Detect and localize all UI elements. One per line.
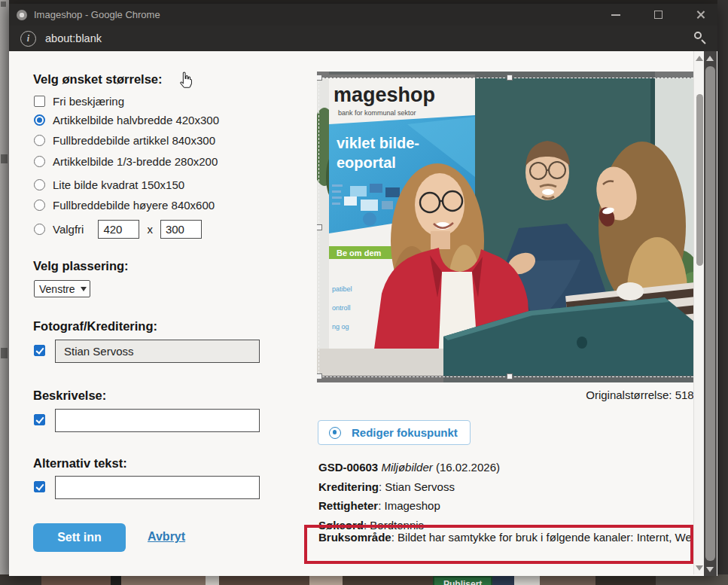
window-scrollbar[interactable] <box>704 51 717 576</box>
custom-width-input[interactable] <box>98 220 139 239</box>
size-separator: x <box>147 223 153 236</box>
thumbnail <box>656 574 728 585</box>
custom-height-input[interactable] <box>160 220 202 239</box>
custom-size-label: Valgfri <box>53 223 84 236</box>
screen: Publisert Imageshop - Google Chrome i ab… <box>0 0 728 585</box>
size-radio[interactable] <box>34 135 45 146</box>
cancel-link[interactable]: Avbryt <box>148 530 185 544</box>
mouse-cursor-hand <box>178 71 194 90</box>
description-input[interactable] <box>55 409 260 432</box>
free-crop-label: Fri beskjæring <box>53 95 124 108</box>
thumbnail <box>121 574 206 585</box>
image-id: GSD-00603 <box>318 461 378 474</box>
thumbnail <box>540 574 595 585</box>
placement-select[interactable]: Venstre <box>34 280 90 297</box>
size-option-row[interactable]: Fullbreddebilde høyere 840x600 <box>34 199 215 212</box>
thumbnail <box>309 574 343 585</box>
alt-text-input[interactable] <box>55 476 260 499</box>
background-text-fragment <box>1 2 6 7</box>
scroll-up-icon[interactable] <box>696 56 703 61</box>
alt-text-checkbox[interactable] <box>34 481 45 492</box>
page-info-icon[interactable]: i <box>20 31 36 47</box>
size-option-row[interactable]: Artikkelbilde 1/3-bredde 280x200 <box>34 155 218 168</box>
size-option-label: Artikkelbilde halvbredde 420x300 <box>53 114 219 126</box>
thumbnail <box>595 574 656 585</box>
image-preview[interactable]: mageshop bank for kommunal sektor viklet… <box>317 72 703 382</box>
crop-selection-border[interactable] <box>318 78 701 377</box>
url-text[interactable]: about:blank <box>45 32 102 44</box>
size-option-label: Artikkelbilde 1/3-bredde 280x200 <box>53 155 218 168</box>
thumbnail <box>206 574 219 585</box>
maximize-icon <box>654 11 663 19</box>
size-option-label: Lite bilde kvadrat 150x150 <box>53 178 184 191</box>
edit-focus-point-label: Rediger fokuspunkt <box>352 426 458 439</box>
size-radio-selected[interactable] <box>34 114 45 126</box>
background-page-right-strip <box>717 0 728 585</box>
description-heading: Beskrivelse: <box>33 388 106 403</box>
meta-credit-line: Kreditering: Stian Servoss <box>318 480 695 500</box>
thumbnail <box>343 574 433 585</box>
insert-button[interactable]: Sett inn <box>33 523 126 552</box>
original-size-label: Originalstørrelse: 5184 <box>482 388 700 401</box>
credit-heading: Fotograf/Kreditering: <box>33 319 157 334</box>
address-bar[interactable]: i about:blank <box>9 26 717 51</box>
size-radio[interactable] <box>34 156 45 167</box>
crop-handle-s[interactable] <box>507 373 513 379</box>
thumbnail <box>219 574 309 585</box>
image-date: (16.02.2026) <box>433 461 500 474</box>
background-text-fragment <box>1 154 8 163</box>
meta-rights-line: Rettigheter: Imageshop <box>318 499 695 519</box>
scroll-up-icon[interactable] <box>706 56 714 61</box>
custom-size-row[interactable]: Valgfri x <box>34 220 202 239</box>
thumbnail <box>41 574 111 585</box>
chevron-down-icon <box>81 287 87 291</box>
placement-selected-value: Venstre <box>39 283 75 295</box>
size-radio[interactable] <box>34 200 45 211</box>
meta-id-line: GSD-00603 Miljøbilder (16.02.2026) <box>318 461 695 480</box>
scroll-down-icon[interactable] <box>706 567 714 572</box>
crop-handle-n[interactable] <box>507 75 513 81</box>
size-option-row[interactable]: Artikkelbilde halvbredde 420x300 <box>34 114 219 126</box>
minimize-button[interactable] <box>606 7 626 23</box>
window-scrollbar-thumb[interactable] <box>705 66 715 561</box>
album-name: Miljøbilder <box>378 461 433 474</box>
placement-heading: Velg plassering: <box>33 259 129 273</box>
window-title: Imageshop - Google Chrome <box>34 9 160 20</box>
content-scrollbar[interactable] <box>693 51 704 574</box>
size-option-row[interactable]: Lite bilde kvadrat 150x150 <box>34 178 184 191</box>
size-radio[interactable] <box>34 179 45 190</box>
size-option-row[interactable]: Fullbreddebilde artikkel 840x300 <box>34 134 215 147</box>
credit-input[interactable] <box>55 340 260 363</box>
scroll-down-icon[interactable] <box>696 565 703 571</box>
window-titlebar[interactable]: Imageshop - Google Chrome <box>9 4 717 26</box>
close-icon <box>696 10 705 20</box>
maximize-button[interactable] <box>648 7 668 23</box>
minimize-icon <box>611 14 620 16</box>
size-section-heading: Velg ønsket størrelse: <box>33 72 163 87</box>
edit-focus-point-button[interactable]: Rediger fokuspunkt <box>318 420 471 445</box>
size-option-label: Fullbreddebilde artikkel 840x300 <box>53 134 215 147</box>
crop-handle-sw[interactable] <box>317 373 322 379</box>
content-scrollbar-thumb[interactable] <box>696 94 703 266</box>
status-badge-published: Publisert <box>433 576 492 585</box>
crop-handle-w[interactable] <box>317 224 322 230</box>
free-crop-checkbox[interactable] <box>34 96 45 107</box>
background-page-left-strip <box>0 0 9 585</box>
thumbnail <box>111 574 121 585</box>
crop-handle-nw[interactable] <box>317 75 322 81</box>
custom-size-radio[interactable] <box>34 224 45 235</box>
alt-text-heading: Alternativ tekst: <box>33 456 127 471</box>
thumbnail <box>514 574 540 585</box>
free-crop-row[interactable]: Fri beskjæring <box>34 95 124 108</box>
background-thumbnail-strip <box>0 574 728 585</box>
focus-target-icon <box>329 427 341 439</box>
search-icon[interactable] <box>694 32 707 44</box>
description-checkbox[interactable] <box>34 414 45 425</box>
usage-highlight-box <box>304 525 693 564</box>
thumbnail <box>0 574 41 585</box>
background-text-fragment <box>1 348 8 358</box>
chrome-logo-icon <box>17 10 27 20</box>
credit-checkbox[interactable] <box>34 345 45 356</box>
close-button[interactable] <box>690 7 710 23</box>
size-option-label: Fullbreddebilde høyere 840x600 <box>53 199 215 212</box>
